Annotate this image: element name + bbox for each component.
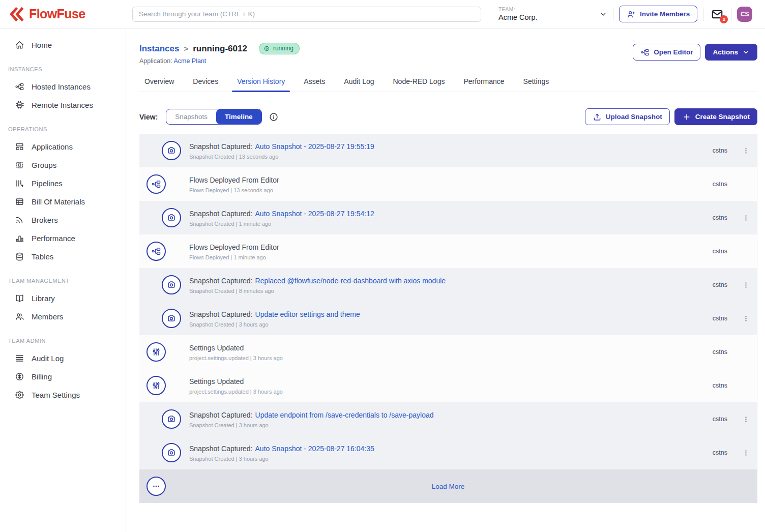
tab-overview[interactable]: Overview: [139, 74, 179, 92]
pipelines-icon: [15, 179, 24, 188]
row-menu-button[interactable]: [741, 447, 750, 458]
sidebar-item-bill-of-materials[interactable]: Bill Of Materials: [0, 192, 126, 211]
application-link[interactable]: Acme Plant: [173, 57, 206, 65]
sidebar-item-pipelines[interactable]: Pipelines: [0, 174, 126, 192]
event-title: Snapshot Captured:: [189, 411, 253, 419]
sidebar-section-title: OPERATIONS: [0, 126, 126, 132]
event-meta: Flows Deployed | 13 seconds ago: [189, 187, 713, 193]
tab-assets[interactable]: Assets: [299, 74, 330, 92]
view-option-snapshots[interactable]: Snapshots: [166, 109, 216, 124]
invite-members-label: Invite Members: [640, 10, 690, 18]
header-divider: [613, 8, 613, 21]
sidebar-item-performance[interactable]: Performance: [0, 229, 126, 247]
bar-chart-icon: [15, 233, 24, 243]
create-snapshot-button[interactable]: Create Snapshot: [674, 108, 757, 125]
upload-snapshot-label: Upload Snapshot: [606, 113, 662, 121]
table-grid-icon: [15, 197, 24, 206]
sidebar-item-label: Performance: [32, 234, 75, 243]
timeline-row: Snapshot Captured:Update editor settings…: [139, 302, 757, 335]
tab-performance[interactable]: Performance: [458, 74, 509, 92]
sidebar-item-label: Home: [32, 41, 52, 49]
event-title: Snapshot Captured:: [189, 277, 253, 285]
sidebar-item-audit-log[interactable]: Audit Log: [0, 349, 126, 367]
team-selector[interactable]: TEAM: Acme Corp.: [498, 7, 607, 21]
sidebar-item-groups[interactable]: Groups: [0, 156, 126, 174]
chevron-down-icon: [742, 48, 750, 56]
snapshot-link[interactable]: Replaced @flowfuse/node-red-dashboard wi…: [255, 277, 446, 285]
chip-group-icon: [15, 160, 24, 170]
load-more-link[interactable]: Load More: [139, 483, 757, 490]
flowfuse-logo[interactable]: FlowFuse: [9, 7, 126, 22]
sidebar-item-label: Team Settings: [32, 391, 80, 399]
camera-icon: [166, 313, 176, 323]
actions-button[interactable]: Actions: [705, 44, 757, 61]
snapshot-link[interactable]: Auto Snapshot - 2025-08-27 16:04:35: [255, 445, 374, 453]
sidebar-item-library[interactable]: Library: [0, 289, 126, 307]
notifications-button[interactable]: 2: [711, 8, 724, 21]
upload-snapshot-button[interactable]: Upload Snapshot: [585, 108, 670, 125]
timeline-row: Snapshot Captured:Auto Snapshot - 2025-0…: [139, 134, 757, 167]
sidebar-item-brokers[interactable]: Brokers: [0, 211, 126, 229]
snapshot-link[interactable]: Auto Snapshot - 2025-08-27 19:55:19: [255, 142, 374, 151]
sidebar-item-billing[interactable]: Billing: [0, 367, 126, 386]
open-editor-button[interactable]: Open Editor: [633, 44, 700, 61]
top-bar: FlowFuse TEAM: Acme Corp. Invite Members: [0, 0, 765, 28]
sidebar-item-team-settings[interactable]: Team Settings: [0, 386, 126, 404]
row-menu-button[interactable]: [741, 413, 750, 425]
tab-devices[interactable]: Devices: [188, 74, 223, 92]
sidebar-item-home[interactable]: Home: [0, 36, 126, 54]
plus-icon: [682, 112, 691, 122]
avatar[interactable]: CS: [737, 7, 752, 22]
tab-audit-log[interactable]: Audit Log: [339, 74, 379, 92]
tab-settings[interactable]: Settings: [518, 74, 554, 92]
page-header: Instances > running-6012 running Applica…: [139, 43, 757, 65]
sidebar-item-applications[interactable]: Applications: [0, 137, 126, 156]
invite-members-button[interactable]: Invite Members: [619, 6, 697, 22]
application-label: Application:: [139, 57, 172, 65]
sliders-icon: [151, 347, 161, 357]
event-meta: Snapshot Created | 8 minutes ago: [189, 288, 713, 294]
tab-node-red-logs[interactable]: Node-RED Logs: [388, 74, 450, 92]
load-more-row: Load More: [139, 469, 757, 503]
camera-icon: [166, 414, 176, 424]
sidebar-nav: Home INSTANCES Hosted Instances Remote I…: [0, 36, 126, 404]
timeline-row: Flows Deployed From Editor Flows Deploye…: [139, 167, 757, 201]
dollar-icon: [15, 372, 24, 381]
sidebar-item-members[interactable]: Members: [0, 307, 126, 326]
sidebar-item-label: Hosted Instances: [32, 82, 91, 91]
snapshot-link[interactable]: Update endpoint from /save-credentials t…: [255, 411, 434, 419]
tab-version-history[interactable]: Version History: [232, 74, 290, 92]
event-user: cstns: [713, 449, 727, 456]
row-menu-button[interactable]: [741, 145, 750, 156]
list-icon: [15, 353, 24, 363]
kebab-icon: [742, 146, 750, 155]
breadcrumb-instances-link[interactable]: Instances: [139, 44, 179, 54]
search-input[interactable]: [132, 7, 481, 22]
event-user: cstns: [713, 181, 727, 188]
sidebar-section: INSTANCES Hosted Instances Remote Instan…: [0, 66, 126, 114]
event-title: Snapshot Captured:: [189, 310, 253, 318]
application-line: Application: Acme Plant: [139, 57, 300, 65]
sidebar-item-remote-instances[interactable]: Remote Instances: [0, 96, 126, 114]
event-user: cstns: [713, 214, 727, 221]
info-icon[interactable]: [269, 112, 279, 122]
camera-icon: [166, 448, 176, 458]
event-meta: Flows Deployed | 1 minute ago: [189, 254, 713, 260]
sidebar-item-label: Applications: [32, 142, 73, 151]
flow-icon: [151, 179, 161, 189]
status-label: running: [273, 45, 293, 52]
view-option-timeline[interactable]: Timeline: [216, 109, 261, 124]
row-menu-button[interactable]: [741, 279, 750, 290]
row-menu-button[interactable]: [741, 212, 750, 223]
user-plus-icon: [627, 10, 636, 19]
kebab-icon: [742, 281, 750, 289]
timeline-row: Snapshot Captured:Replaced @flowfuse/nod…: [139, 268, 757, 302]
event-user: cstns: [713, 315, 727, 322]
snapshot-link[interactable]: Update editor settings and theme: [255, 310, 360, 318]
snapshot-link[interactable]: Auto Snapshot - 2025-08-27 19:54:12: [255, 210, 374, 218]
row-menu-button[interactable]: [741, 313, 750, 324]
sidebar-item-hosted-instances[interactable]: Hosted Instances: [0, 77, 126, 96]
event-title: Flows Deployed From Editor: [189, 243, 279, 251]
sidebar-item-tables[interactable]: Tables: [0, 247, 126, 265]
timeline-row: Settings Updated project.settings.update…: [139, 369, 757, 402]
